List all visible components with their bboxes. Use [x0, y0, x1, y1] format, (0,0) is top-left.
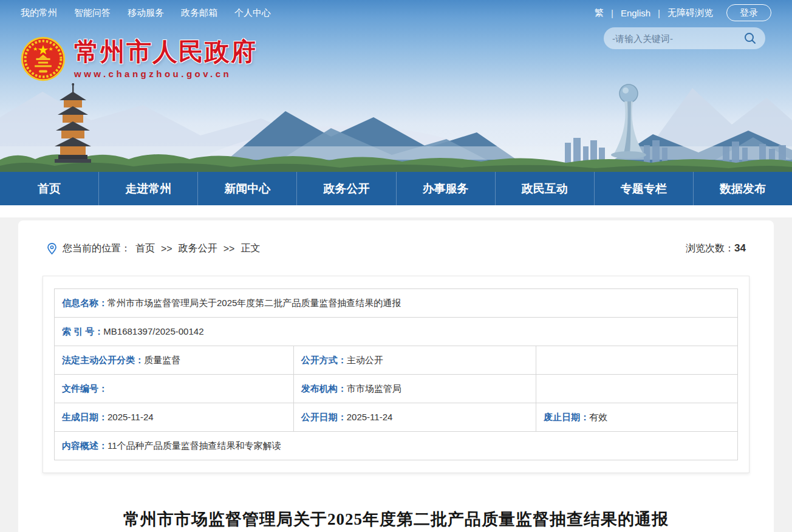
- accessibility-link[interactable]: 无障碍浏览: [667, 7, 713, 19]
- info-expiry-value: 有效: [589, 412, 607, 422]
- search-input[interactable]: [612, 33, 743, 44]
- search-icon: [743, 32, 757, 45]
- info-index-value: MB1681397/2025-00142: [103, 326, 203, 336]
- national-emblem-logo: [21, 36, 66, 81]
- table-row: 法定主动公开分类：质量监督 公开方式：主动公开: [55, 346, 738, 375]
- info-cell-agency: 发布机构：市市场监管局: [293, 375, 536, 403]
- topbar-link-my-changzhou[interactable]: 我的常州: [21, 7, 57, 19]
- topbar-link-gov-mail[interactable]: 政务邮箱: [181, 7, 217, 19]
- info-method-value: 主动公开: [347, 355, 383, 365]
- divider: |: [658, 8, 660, 18]
- info-agency-value: 市市场监管局: [347, 383, 401, 394]
- main-nav: 首页 走进常州 新闻中心 政务公开 办事服务 政民互动 专题专栏 数据发布: [0, 172, 792, 205]
- search-button[interactable]: [743, 32, 757, 45]
- document-info-table: 信息名称：常州市市场监督管理局关于2025年度第二批产品质量监督抽查结果的通报 …: [54, 288, 738, 460]
- banner-illustration: [0, 75, 792, 172]
- info-published-value: 2025-11-24: [347, 412, 393, 422]
- nav-item-news-center[interactable]: 新闻中心: [198, 172, 297, 205]
- table-row: 内容概述：11个品种产品质量监督抽查结果和专家解读: [55, 432, 738, 460]
- site-search: [604, 27, 765, 49]
- breadcrumb-section[interactable]: 政务公开: [179, 242, 217, 255]
- breadcrumb-separator: >>: [161, 244, 172, 254]
- nav-item-services[interactable]: 办事服务: [397, 172, 496, 205]
- info-cell-docno: 文件编号：: [55, 375, 294, 403]
- topbar-link-personal-center[interactable]: 个人中心: [234, 7, 271, 19]
- page-background: 您当前的位置： 首页 >> 政务公开 >> 正文 浏览次数：34 信息名称：常州…: [0, 217, 792, 532]
- site-title: 常州市人民政府: [74, 39, 257, 64]
- nav-item-special-topics[interactable]: 专题专栏: [595, 172, 694, 205]
- nav-item-home[interactable]: 首页: [0, 172, 99, 205]
- topbar-link-smart-qa[interactable]: 智能问答: [74, 7, 111, 19]
- info-cell-index: 索 引 号：MB1681397/2025-00142: [55, 318, 738, 346]
- topbar-utility: 繁 | English | 无障碍浏览 登录: [595, 4, 771, 21]
- info-category-label: 法定主动公开分类：: [62, 355, 144, 365]
- info-cell-expiry: 废止日期：有效: [536, 403, 738, 432]
- info-summary-value: 11个品种产品质量监督抽查结果和专家解读: [108, 440, 281, 451]
- info-cell-summary: 内容概述：11个品种产品质量监督抽查结果和专家解读: [55, 432, 738, 460]
- empty-cell: [536, 375, 738, 403]
- brand-text: 常州市人民政府 www.changzhou.gov.cn: [74, 39, 257, 79]
- breadcrumb: 您当前的位置： 首页 >> 政务公开 >> 正文: [46, 242, 260, 255]
- info-name-value: 常州市市场监督管理局关于2025年度第二批产品质量监督抽查结果的通报: [108, 298, 401, 308]
- info-published-label: 公开日期：: [301, 412, 347, 422]
- info-docno-label: 文件编号：: [62, 383, 108, 394]
- info-created-label: 生成日期：: [62, 412, 108, 422]
- info-cell-published: 公开日期：2025-11-24: [293, 403, 536, 432]
- view-counter: 浏览次数：34: [686, 242, 746, 255]
- info-expiry-label: 废止日期：: [544, 412, 589, 422]
- info-cell-category: 法定主动公开分类：质量监督: [55, 346, 294, 375]
- topbar-links: 我的常州 智能问答 移动服务 政务邮箱 个人中心: [21, 7, 271, 19]
- breadcrumb-current[interactable]: 正文: [241, 242, 260, 255]
- nav-item-gov-info[interactable]: 政务公开: [297, 172, 396, 205]
- info-created-value: 2025-11-24: [108, 412, 154, 422]
- english-link[interactable]: English: [621, 8, 650, 18]
- breadcrumb-home[interactable]: 首页: [135, 242, 155, 255]
- info-agency-label: 发布机构：: [301, 383, 347, 394]
- breadcrumb-separator: >>: [224, 244, 235, 254]
- traditional-chinese-link[interactable]: 繁: [595, 7, 604, 19]
- nav-item-about-changzhou[interactable]: 走进常州: [99, 172, 198, 205]
- info-category-value: 质量监督: [144, 355, 180, 365]
- table-row: 文件编号： 发布机构：市市场监管局: [55, 375, 738, 403]
- document-info-box: 信息名称：常州市市场监督管理局关于2025年度第二批产品质量监督抽查结果的通报 …: [43, 276, 749, 473]
- info-name-label: 信息名称：: [62, 298, 108, 308]
- login-button[interactable]: 登录: [726, 4, 771, 21]
- table-row: 生成日期：2025-11-24 公开日期：2025-11-24 废止日期：有效: [55, 403, 738, 432]
- info-cell-name: 信息名称：常州市市场监督管理局关于2025年度第二批产品质量监督抽查结果的通报: [55, 289, 738, 318]
- site-brand[interactable]: 常州市人民政府 www.changzhou.gov.cn: [21, 36, 257, 81]
- view-counter-value: 34: [734, 242, 746, 254]
- table-row: 索 引 号：MB1681397/2025-00142: [55, 318, 738, 346]
- nav-item-interaction[interactable]: 政民互动: [496, 172, 595, 205]
- topbar: 我的常州 智能问答 移动服务 政务邮箱 个人中心 繁 | English | 无…: [0, 0, 792, 26]
- info-method-label: 公开方式：: [301, 355, 347, 365]
- table-row: 信息名称：常州市市场监督管理局关于2025年度第二批产品质量监督抽查结果的通报: [55, 289, 738, 318]
- nav-spacer: [0, 205, 792, 217]
- article-title: 常州市市场监督管理局关于2025年度第二批产品质量监督抽查结果的通报: [43, 508, 749, 530]
- location-pin-icon: [46, 243, 58, 255]
- topbar-link-mobile-services[interactable]: 移动服务: [128, 7, 164, 19]
- empty-cell: [536, 346, 738, 375]
- site-url: www.changzhou.gov.cn: [74, 69, 257, 79]
- info-cell-method: 公开方式：主动公开: [293, 346, 536, 375]
- site-header: 我的常州 智能问答 移动服务 政务邮箱 个人中心 繁 | English | 无…: [0, 0, 792, 172]
- nav-item-data-release[interactable]: 数据发布: [694, 172, 792, 205]
- divider: |: [611, 8, 613, 18]
- breadcrumb-prefix: 您当前的位置：: [63, 242, 131, 255]
- content-card: 您当前的位置： 首页 >> 政务公开 >> 正文 浏览次数：34 信息名称：常州…: [18, 220, 774, 532]
- view-counter-label: 浏览次数：: [686, 243, 734, 253]
- info-index-label: 索 引 号：: [62, 326, 103, 336]
- info-cell-created: 生成日期：2025-11-24: [55, 403, 294, 432]
- info-summary-label: 内容概述：: [62, 440, 108, 451]
- breadcrumb-row: 您当前的位置： 首页 >> 政务公开 >> 正文 浏览次数：34: [43, 242, 749, 255]
